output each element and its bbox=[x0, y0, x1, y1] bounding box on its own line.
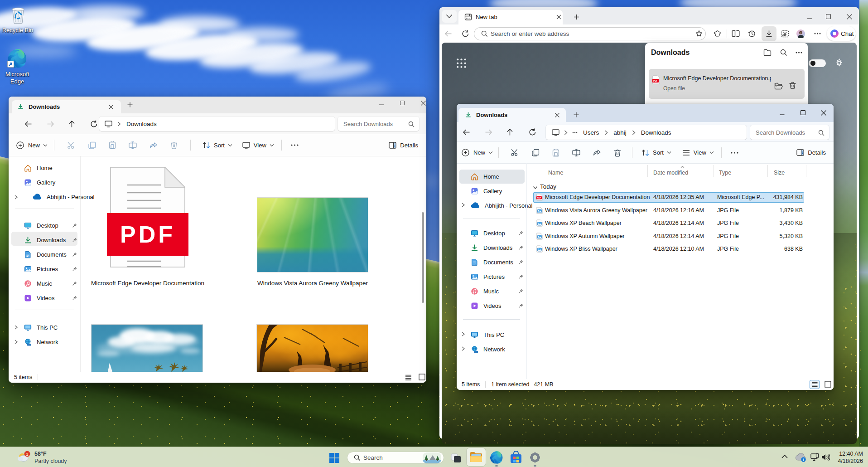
svg-text:1: 1 bbox=[26, 452, 28, 457]
svg-text:PDF: PDF bbox=[653, 79, 658, 82]
svg-text:PDF: PDF bbox=[537, 197, 541, 199]
